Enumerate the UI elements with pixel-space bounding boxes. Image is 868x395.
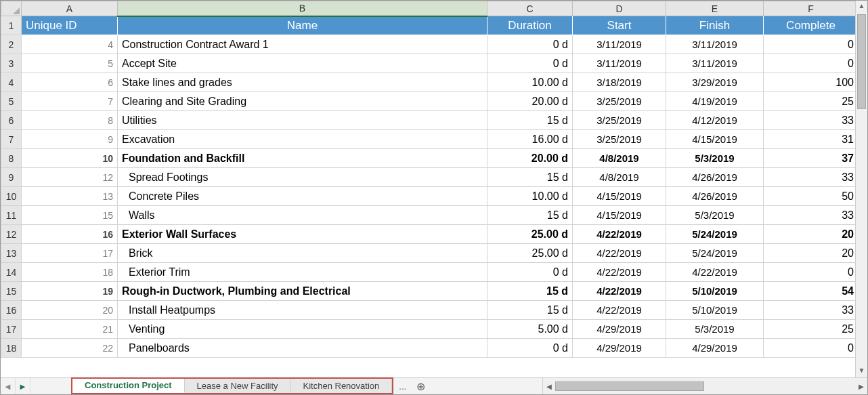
cell-unique-id[interactable]: 15	[22, 206, 118, 225]
row-header[interactable]: 8	[1, 149, 22, 168]
cell-finish[interactable]: 4/15/2019	[666, 130, 764, 149]
cell-finish[interactable]: 3/11/2019	[666, 54, 764, 73]
cell-unique-id[interactable]: 5	[22, 54, 118, 73]
horizontal-scroll-thumb[interactable]	[555, 381, 704, 391]
sheet-tab[interactable]: Lease a New Facility	[185, 379, 291, 393]
cell-start[interactable]: 3/18/2019	[573, 73, 666, 92]
cell-duration[interactable]: 0 d	[487, 339, 573, 358]
cell-start[interactable]: 3/25/2019	[573, 92, 666, 111]
cell-complete[interactable]: 20	[764, 225, 856, 244]
cell-start[interactable]: 4/15/2019	[573, 187, 666, 206]
cell-start[interactable]: 4/22/2019	[573, 282, 666, 301]
cell-start[interactable]: 4/22/2019	[573, 225, 666, 244]
cell-complete[interactable]: 100	[764, 73, 856, 92]
vertical-scrollbar[interactable]: ▲ ▼	[855, 1, 867, 377]
cell-start[interactable]: 4/15/2019	[573, 206, 666, 225]
cell-duration[interactable]: 15 d	[487, 111, 573, 130]
worksheet-grid[interactable]: A B C D E F 1 Unique ID Name Duration St…	[1, 1, 855, 377]
col-header-A[interactable]: A	[22, 1, 118, 16]
cell-complete[interactable]: 54	[764, 282, 856, 301]
cell-duration[interactable]: 10.00 d	[487, 73, 573, 92]
cell-unique-id[interactable]: 7	[22, 92, 118, 111]
row-header[interactable]: 1	[1, 16, 22, 35]
header-duration[interactable]: Duration	[487, 16, 573, 35]
tab-nav-prev-icon[interactable]: ◄	[1, 378, 16, 394]
header-name[interactable]: Name	[118, 16, 487, 35]
cell-finish[interactable]: 5/24/2019	[666, 244, 764, 263]
row-header[interactable]: 13	[1, 244, 22, 263]
horizontal-scrollbar[interactable]: ◄ ►	[542, 378, 867, 394]
header-finish[interactable]: Finish	[666, 16, 764, 35]
cell-unique-id[interactable]: 13	[22, 187, 118, 206]
cell-name[interactable]: Foundation and Backfill	[118, 149, 487, 168]
cell-complete[interactable]: 31	[764, 130, 856, 149]
cell-complete[interactable]: 0	[764, 35, 856, 54]
cell-unique-id[interactable]: 8	[22, 111, 118, 130]
cell-finish[interactable]: 4/19/2019	[666, 92, 764, 111]
cell-name[interactable]: Venting	[118, 320, 487, 339]
row-header[interactable]: 7	[1, 130, 22, 149]
cell-unique-id[interactable]: 20	[22, 301, 118, 320]
vertical-scroll-thumb[interactable]	[857, 14, 866, 109]
cell-unique-id[interactable]: 12	[22, 168, 118, 187]
select-all-corner[interactable]	[1, 1, 22, 16]
header-unique-id[interactable]: Unique ID	[22, 16, 118, 35]
cell-complete[interactable]: 25	[764, 92, 856, 111]
row-header[interactable]: 10	[1, 187, 22, 206]
cell-finish[interactable]: 5/3/2019	[666, 149, 764, 168]
cell-start[interactable]: 4/22/2019	[573, 301, 666, 320]
sheet-tab[interactable]: Kitchen Renovation	[291, 379, 393, 393]
cell-start[interactable]: 3/25/2019	[573, 111, 666, 130]
scroll-right-icon[interactable]: ►	[855, 381, 867, 392]
cell-duration[interactable]: 15 d	[487, 282, 573, 301]
row-header[interactable]: 15	[1, 282, 22, 301]
cell-finish[interactable]: 4/12/2019	[666, 111, 764, 130]
cell-duration[interactable]: 25.00 d	[487, 225, 573, 244]
cell-start[interactable]: 4/22/2019	[573, 263, 666, 282]
add-sheet-icon[interactable]: ⊕	[412, 378, 429, 394]
cell-complete[interactable]: 37	[764, 149, 856, 168]
cell-duration[interactable]: 15 d	[487, 301, 573, 320]
cell-unique-id[interactable]: 16	[22, 225, 118, 244]
cell-name[interactable]: Walls	[118, 206, 487, 225]
cell-finish[interactable]: 4/29/2019	[666, 339, 764, 358]
cell-finish[interactable]: 3/29/2019	[666, 73, 764, 92]
cell-name[interactable]: Construction Contract Award 1	[118, 35, 487, 54]
cell-complete[interactable]: 0	[764, 263, 856, 282]
cell-name[interactable]: Concrete Piles	[118, 187, 487, 206]
cell-name[interactable]: Rough-in Ductwork, Plumbing and Electric…	[118, 282, 487, 301]
cell-start[interactable]: 3/11/2019	[573, 35, 666, 54]
cell-name[interactable]: Exterior Trim	[118, 263, 487, 282]
cell-name[interactable]: Install Heatpumps	[118, 301, 487, 320]
cell-complete[interactable]: 0	[764, 339, 856, 358]
cell-unique-id[interactable]: 17	[22, 244, 118, 263]
cell-unique-id[interactable]: 18	[22, 263, 118, 282]
row-header[interactable]: 11	[1, 206, 22, 225]
col-header-D[interactable]: D	[573, 1, 666, 16]
cell-finish[interactable]: 5/10/2019	[666, 282, 764, 301]
cell-finish[interactable]: 5/3/2019	[666, 206, 764, 225]
cell-complete[interactable]: 20	[764, 244, 856, 263]
col-header-E[interactable]: E	[666, 1, 764, 16]
row-header[interactable]: 9	[1, 168, 22, 187]
cell-duration[interactable]: 0 d	[487, 54, 573, 73]
cell-name[interactable]: Panelboards	[118, 339, 487, 358]
scroll-left-icon[interactable]: ◄	[543, 381, 555, 392]
cell-finish[interactable]: 4/22/2019	[666, 263, 764, 282]
cell-finish[interactable]: 5/10/2019	[666, 301, 764, 320]
cell-start[interactable]: 4/8/2019	[573, 168, 666, 187]
cell-complete[interactable]: 33	[764, 168, 856, 187]
cell-complete[interactable]: 33	[764, 301, 856, 320]
header-start[interactable]: Start	[573, 16, 666, 35]
cell-name[interactable]: Brick	[118, 244, 487, 263]
tab-nav-next-icon[interactable]: ►	[16, 378, 30, 394]
cell-complete[interactable]: 0	[764, 54, 856, 73]
row-header[interactable]: 4	[1, 73, 22, 92]
cell-unique-id[interactable]: 6	[22, 73, 118, 92]
row-header[interactable]: 3	[1, 54, 22, 73]
cell-complete[interactable]: 33	[764, 111, 856, 130]
cell-finish[interactable]: 4/26/2019	[666, 187, 764, 206]
col-header-B[interactable]: B	[118, 1, 487, 16]
cell-name[interactable]: Stake lines and grades	[118, 73, 487, 92]
scroll-down-icon[interactable]: ▼	[856, 365, 867, 377]
